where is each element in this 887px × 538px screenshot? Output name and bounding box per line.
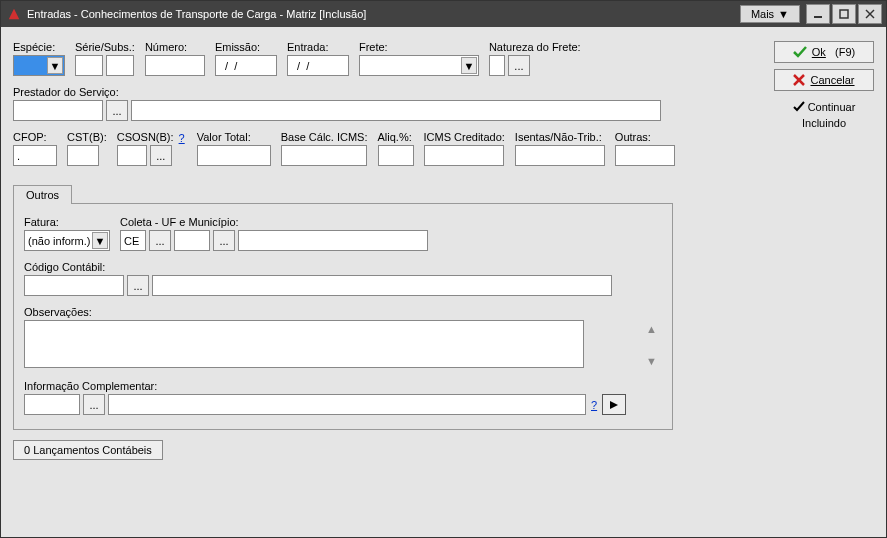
maximize-button[interactable] [832,4,856,24]
tab-panel-outros: Fatura: ▼ Coleta - UF e Município: ... [13,203,673,430]
field-basecalc: Base Cálc. ICMS: [281,131,368,166]
municipio-name-input[interactable] [238,230,428,251]
continue-label-2: Incluindo [802,117,846,129]
codcontabil-input[interactable] [24,275,124,296]
cancel-button[interactable]: Cancelar [774,69,874,91]
field-entrada: Entrada: [287,41,349,76]
field-csosnb: CSOSN(B): ? ... [117,131,187,166]
ok-button[interactable]: Ok (F9) [774,41,874,63]
prestador-name-input[interactable] [131,100,661,121]
field-especie: Espécie: ▼ [13,41,65,76]
continue-checkbox[interactable]: Continuar Incluindo [774,101,874,129]
field-fatura: Fatura: ▼ [24,216,110,251]
ok-label: Ok [812,46,826,58]
cfop-input[interactable] [13,145,57,166]
label-isentas: Isentas/Não-Trib.: [515,131,605,143]
codcontabil-desc-input[interactable] [152,275,612,296]
natureza-lookup-button[interactable]: ... [508,55,530,76]
numero-input[interactable] [145,55,205,76]
field-numero: Número: [145,41,205,76]
field-codcontabil: Código Contábil: ... [24,261,662,296]
entrada-input[interactable] [287,55,349,76]
municipio-lookup-button[interactable]: ... [213,230,235,251]
play-icon [609,400,619,410]
field-emissao: Emissão: [215,41,277,76]
uf-input[interactable] [120,230,146,251]
label-codcontabil: Código Contábil: [24,261,662,273]
infocomp-code-input[interactable] [24,394,80,415]
svg-rect-1 [840,10,848,18]
csosnb-input[interactable] [117,145,147,166]
field-valortotal: Valor Total: [197,131,271,166]
fatura-select[interactable] [24,230,110,251]
cstb-input[interactable] [67,145,99,166]
mais-button[interactable]: Mais ▼ [740,5,800,23]
label-aliq: Aliq.%: [378,131,414,143]
field-obs: Observações: ▲▼ [24,306,662,370]
field-serie: Série/Subs.: [75,41,135,76]
prestador-code-input[interactable] [13,100,103,121]
play-button[interactable] [602,394,626,415]
basecalc-input[interactable] [281,145,367,166]
icmscred-input[interactable] [424,145,504,166]
mais-label: Mais [751,8,774,20]
minimize-icon [813,9,823,19]
outras-input[interactable] [615,145,675,166]
lancamentos-button[interactable]: 0 Lançamentos Contábeis [13,440,163,460]
label-icmscred: ICMS Creditado: [424,131,505,143]
label-coleta: Coleta - UF e Município: [120,216,428,228]
cancel-label: Cancelar [810,74,854,86]
svg-marker-4 [610,401,618,409]
natureza-input[interactable] [489,55,505,76]
titlebar: Entradas - Conhecimentos de Transporte d… [1,1,886,27]
help-link[interactable]: ? [589,399,599,411]
field-frete: Frete: ▼ [359,41,479,76]
infocomp-desc-input[interactable] [108,394,586,415]
right-panel: Ok (F9) Cancelar Continuar Incluindo [774,41,874,525]
label-basecalc: Base Cálc. ICMS: [281,131,368,143]
label-serie: Série/Subs.: [75,41,135,53]
csosnb-lookup-button[interactable]: ... [150,145,172,166]
tab-outros[interactable]: Outros [13,185,72,204]
codcontabil-lookup-button[interactable]: ... [127,275,149,296]
serie-input[interactable] [75,55,103,76]
field-prestador: Prestador do Serviço: ... [13,86,766,121]
uf-lookup-button[interactable]: ... [149,230,171,251]
scroll-spinner[interactable]: ▲▼ [646,320,660,370]
frete-select[interactable] [359,55,479,76]
field-coleta: Coleta - UF e Município: ... ... [120,216,428,251]
row-3: CFOP: CST(B): CSOSN(B): ? ... [13,131,766,166]
row-1: Espécie: ▼ Série/Subs.: Número: [13,41,766,76]
especie-select[interactable] [13,55,65,76]
footer-buttons: 0 Lançamentos Contábeis [13,440,766,460]
label-valortotal: Valor Total: [197,131,271,143]
obs-textarea[interactable] [24,320,584,368]
label-outras: Outras: [615,131,675,143]
isentas-input[interactable] [515,145,605,166]
infocomp-lookup-button[interactable]: ... [83,394,105,415]
label-entrada: Entrada: [287,41,349,53]
emissao-input[interactable] [215,55,277,76]
check-icon [793,46,807,58]
subs-input[interactable] [106,55,134,76]
field-natureza: Natureza do Frete: ... [489,41,581,76]
field-cstb: CST(B): [67,131,107,166]
chevron-down-icon: ▼ [646,355,660,367]
help-link[interactable]: ? [177,132,187,144]
chevron-up-icon: ▲ [646,323,660,335]
label-especie: Espécie: [13,41,65,53]
window: Entradas - Conhecimentos de Transporte d… [0,0,887,538]
municipio-code-input[interactable] [174,230,210,251]
tabset: Outros Fatura: ▼ Coleta - UF e Município… [13,184,766,430]
label-csosnb: CSOSN(B): [117,131,174,143]
maximize-icon [839,9,849,19]
x-icon [793,74,805,86]
aliq-input[interactable] [378,145,414,166]
valortotal-input[interactable] [197,145,271,166]
checkmark-icon [793,101,805,113]
minimize-button[interactable] [806,4,830,24]
close-button[interactable] [858,4,882,24]
label-numero: Número: [145,41,205,53]
prestador-lookup-button[interactable]: ... [106,100,128,121]
ok-shortcut: (F9) [835,46,855,58]
